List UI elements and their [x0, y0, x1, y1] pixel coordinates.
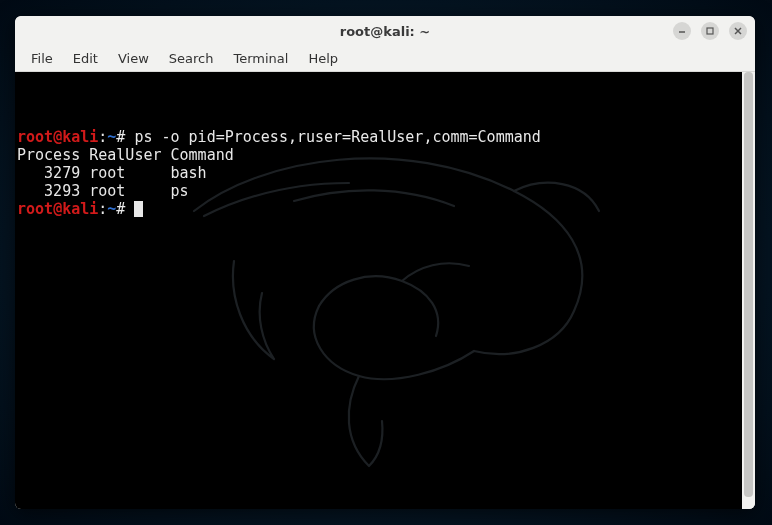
- prompt-path: ~: [107, 128, 116, 146]
- titlebar[interactable]: root@kali: ~: [15, 16, 755, 46]
- menu-edit[interactable]: Edit: [63, 48, 108, 69]
- prompt-sigil: #: [116, 200, 125, 218]
- menu-view[interactable]: View: [108, 48, 159, 69]
- menu-file[interactable]: File: [21, 48, 63, 69]
- prompt-sigil: #: [116, 128, 125, 146]
- prompt-user: root: [17, 200, 53, 218]
- prompt-path: ~: [107, 200, 116, 218]
- svg-rect-1: [707, 28, 713, 34]
- prompt-sep: :: [98, 128, 107, 146]
- output-row: 3293 root ps: [17, 182, 189, 200]
- prompt-sep: :: [98, 200, 107, 218]
- terminal-content: root@kali:~# ps -o pid=Process,ruser=Rea…: [17, 128, 738, 218]
- menu-help[interactable]: Help: [298, 48, 348, 69]
- menubar: File Edit View Search Terminal Help: [15, 46, 755, 72]
- prompt-at: @: [53, 200, 62, 218]
- prompt-user: root: [17, 128, 53, 146]
- terminal-window: root@kali: ~ File Edit View Search Termi…: [15, 16, 755, 509]
- minimize-button[interactable]: [673, 22, 691, 40]
- prompt-host: kali: [62, 200, 98, 218]
- command-text: ps -o pid=Process,ruser=RealUser,comm=Co…: [134, 128, 540, 146]
- maximize-icon: [706, 27, 714, 35]
- maximize-button[interactable]: [701, 22, 719, 40]
- menu-terminal[interactable]: Terminal: [223, 48, 298, 69]
- window-title: root@kali: ~: [340, 24, 430, 39]
- cursor: [134, 201, 143, 217]
- scrollbar-end: [742, 497, 755, 509]
- close-icon: [734, 27, 742, 35]
- window-controls: [673, 22, 747, 40]
- menu-search[interactable]: Search: [159, 48, 224, 69]
- scrollbar-thumb[interactable]: [744, 72, 753, 497]
- prompt-host: kali: [62, 128, 98, 146]
- terminal-area: root@kali:~# ps -o pid=Process,ruser=Rea…: [15, 72, 755, 509]
- output-row: 3279 root bash: [17, 164, 207, 182]
- terminal[interactable]: root@kali:~# ps -o pid=Process,ruser=Rea…: [15, 72, 742, 509]
- close-button[interactable]: [729, 22, 747, 40]
- output-header: Process RealUser Command: [17, 146, 234, 164]
- minimize-icon: [678, 27, 686, 35]
- prompt-at: @: [53, 128, 62, 146]
- terminal-scrollbar[interactable]: [742, 72, 755, 509]
